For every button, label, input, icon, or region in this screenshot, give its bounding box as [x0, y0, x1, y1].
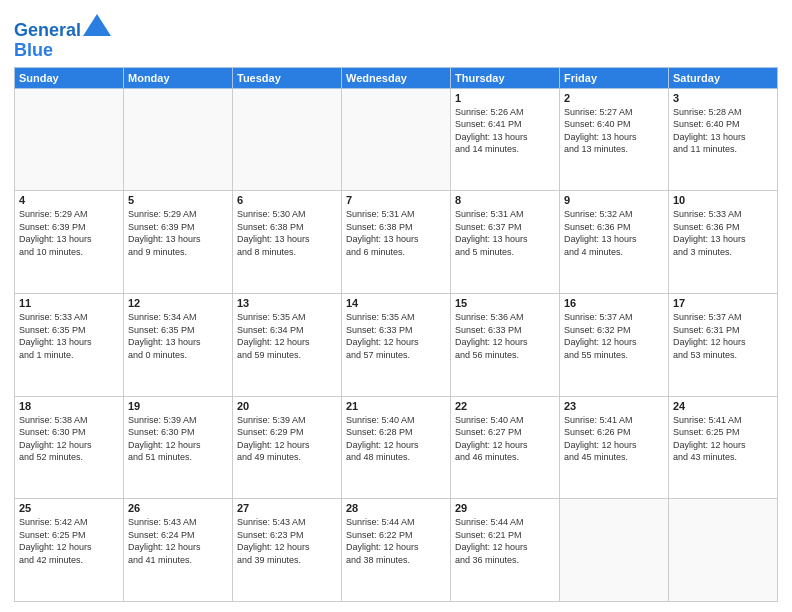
- day-info: Sunrise: 5:26 AM Sunset: 6:41 PM Dayligh…: [455, 106, 555, 156]
- svg-marker-0: [83, 14, 111, 36]
- weekday-header-saturday: Saturday: [669, 67, 778, 88]
- calendar-cell: [15, 88, 124, 191]
- calendar-cell: 27Sunrise: 5:43 AM Sunset: 6:23 PM Dayli…: [233, 499, 342, 602]
- day-number: 17: [673, 297, 773, 309]
- day-number: 7: [346, 194, 446, 206]
- day-number: 4: [19, 194, 119, 206]
- logo: General Blue: [14, 14, 111, 61]
- week-row-2: 11Sunrise: 5:33 AM Sunset: 6:35 PM Dayli…: [15, 293, 778, 396]
- calendar-cell: 8Sunrise: 5:31 AM Sunset: 6:37 PM Daylig…: [451, 191, 560, 294]
- day-number: 21: [346, 400, 446, 412]
- calendar-cell: 14Sunrise: 5:35 AM Sunset: 6:33 PM Dayli…: [342, 293, 451, 396]
- weekday-header-sunday: Sunday: [15, 67, 124, 88]
- calendar-cell: 26Sunrise: 5:43 AM Sunset: 6:24 PM Dayli…: [124, 499, 233, 602]
- day-info: Sunrise: 5:44 AM Sunset: 6:21 PM Dayligh…: [455, 516, 555, 566]
- day-number: 16: [564, 297, 664, 309]
- calendar-cell: 21Sunrise: 5:40 AM Sunset: 6:28 PM Dayli…: [342, 396, 451, 499]
- day-number: 9: [564, 194, 664, 206]
- calendar-cell: 24Sunrise: 5:41 AM Sunset: 6:25 PM Dayli…: [669, 396, 778, 499]
- day-number: 2: [564, 92, 664, 104]
- calendar-table: SundayMondayTuesdayWednesdayThursdayFrid…: [14, 67, 778, 602]
- calendar-cell: 15Sunrise: 5:36 AM Sunset: 6:33 PM Dayli…: [451, 293, 560, 396]
- day-info: Sunrise: 5:33 AM Sunset: 6:36 PM Dayligh…: [673, 208, 773, 258]
- weekday-header-tuesday: Tuesday: [233, 67, 342, 88]
- day-info: Sunrise: 5:40 AM Sunset: 6:27 PM Dayligh…: [455, 414, 555, 464]
- calendar-cell: 12Sunrise: 5:34 AM Sunset: 6:35 PM Dayli…: [124, 293, 233, 396]
- calendar-cell: 2Sunrise: 5:27 AM Sunset: 6:40 PM Daylig…: [560, 88, 669, 191]
- calendar-cell: 10Sunrise: 5:33 AM Sunset: 6:36 PM Dayli…: [669, 191, 778, 294]
- calendar-cell: [560, 499, 669, 602]
- header: General Blue: [14, 10, 778, 61]
- day-number: 5: [128, 194, 228, 206]
- calendar-cell: 20Sunrise: 5:39 AM Sunset: 6:29 PM Dayli…: [233, 396, 342, 499]
- day-info: Sunrise: 5:33 AM Sunset: 6:35 PM Dayligh…: [19, 311, 119, 361]
- day-info: Sunrise: 5:43 AM Sunset: 6:23 PM Dayligh…: [237, 516, 337, 566]
- weekday-header-friday: Friday: [560, 67, 669, 88]
- day-number: 28: [346, 502, 446, 514]
- day-number: 6: [237, 194, 337, 206]
- day-number: 19: [128, 400, 228, 412]
- day-number: 3: [673, 92, 773, 104]
- day-info: Sunrise: 5:35 AM Sunset: 6:34 PM Dayligh…: [237, 311, 337, 361]
- calendar-cell: 6Sunrise: 5:30 AM Sunset: 6:38 PM Daylig…: [233, 191, 342, 294]
- calendar-cell: [669, 499, 778, 602]
- calendar-cell: [124, 88, 233, 191]
- day-number: 29: [455, 502, 555, 514]
- day-info: Sunrise: 5:40 AM Sunset: 6:28 PM Dayligh…: [346, 414, 446, 464]
- week-row-0: 1Sunrise: 5:26 AM Sunset: 6:41 PM Daylig…: [15, 88, 778, 191]
- calendar-cell: 22Sunrise: 5:40 AM Sunset: 6:27 PM Dayli…: [451, 396, 560, 499]
- week-row-1: 4Sunrise: 5:29 AM Sunset: 6:39 PM Daylig…: [15, 191, 778, 294]
- day-info: Sunrise: 5:36 AM Sunset: 6:33 PM Dayligh…: [455, 311, 555, 361]
- day-number: 13: [237, 297, 337, 309]
- day-info: Sunrise: 5:37 AM Sunset: 6:31 PM Dayligh…: [673, 311, 773, 361]
- day-number: 26: [128, 502, 228, 514]
- calendar-cell: 11Sunrise: 5:33 AM Sunset: 6:35 PM Dayli…: [15, 293, 124, 396]
- page: General Blue SundayMondayTuesdayWednesda…: [0, 0, 792, 612]
- day-info: Sunrise: 5:39 AM Sunset: 6:29 PM Dayligh…: [237, 414, 337, 464]
- day-number: 25: [19, 502, 119, 514]
- day-info: Sunrise: 5:31 AM Sunset: 6:38 PM Dayligh…: [346, 208, 446, 258]
- day-info: Sunrise: 5:44 AM Sunset: 6:22 PM Dayligh…: [346, 516, 446, 566]
- weekday-header-row: SundayMondayTuesdayWednesdayThursdayFrid…: [15, 67, 778, 88]
- weekday-header-wednesday: Wednesday: [342, 67, 451, 88]
- day-info: Sunrise: 5:38 AM Sunset: 6:30 PM Dayligh…: [19, 414, 119, 464]
- day-info: Sunrise: 5:41 AM Sunset: 6:26 PM Dayligh…: [564, 414, 664, 464]
- day-info: Sunrise: 5:37 AM Sunset: 6:32 PM Dayligh…: [564, 311, 664, 361]
- calendar-cell: 25Sunrise: 5:42 AM Sunset: 6:25 PM Dayli…: [15, 499, 124, 602]
- logo-icon: [83, 14, 111, 36]
- calendar-cell: 18Sunrise: 5:38 AM Sunset: 6:30 PM Dayli…: [15, 396, 124, 499]
- day-number: 12: [128, 297, 228, 309]
- calendar-cell: [233, 88, 342, 191]
- calendar-cell: 29Sunrise: 5:44 AM Sunset: 6:21 PM Dayli…: [451, 499, 560, 602]
- day-number: 10: [673, 194, 773, 206]
- day-info: Sunrise: 5:41 AM Sunset: 6:25 PM Dayligh…: [673, 414, 773, 464]
- calendar-cell: 7Sunrise: 5:31 AM Sunset: 6:38 PM Daylig…: [342, 191, 451, 294]
- day-number: 18: [19, 400, 119, 412]
- day-info: Sunrise: 5:34 AM Sunset: 6:35 PM Dayligh…: [128, 311, 228, 361]
- day-number: 27: [237, 502, 337, 514]
- calendar-cell: 5Sunrise: 5:29 AM Sunset: 6:39 PM Daylig…: [124, 191, 233, 294]
- day-number: 20: [237, 400, 337, 412]
- day-info: Sunrise: 5:35 AM Sunset: 6:33 PM Dayligh…: [346, 311, 446, 361]
- calendar-cell: [342, 88, 451, 191]
- calendar-cell: 28Sunrise: 5:44 AM Sunset: 6:22 PM Dayli…: [342, 499, 451, 602]
- logo-general: General: [14, 20, 81, 40]
- day-info: Sunrise: 5:29 AM Sunset: 6:39 PM Dayligh…: [19, 208, 119, 258]
- logo-text-block: General Blue: [14, 14, 111, 61]
- day-info: Sunrise: 5:27 AM Sunset: 6:40 PM Dayligh…: [564, 106, 664, 156]
- day-number: 11: [19, 297, 119, 309]
- day-info: Sunrise: 5:29 AM Sunset: 6:39 PM Dayligh…: [128, 208, 228, 258]
- day-number: 22: [455, 400, 555, 412]
- day-number: 23: [564, 400, 664, 412]
- week-row-3: 18Sunrise: 5:38 AM Sunset: 6:30 PM Dayli…: [15, 396, 778, 499]
- day-info: Sunrise: 5:30 AM Sunset: 6:38 PM Dayligh…: [237, 208, 337, 258]
- calendar-cell: 23Sunrise: 5:41 AM Sunset: 6:26 PM Dayli…: [560, 396, 669, 499]
- calendar-cell: 19Sunrise: 5:39 AM Sunset: 6:30 PM Dayli…: [124, 396, 233, 499]
- weekday-header-monday: Monday: [124, 67, 233, 88]
- calendar-cell: 13Sunrise: 5:35 AM Sunset: 6:34 PM Dayli…: [233, 293, 342, 396]
- day-number: 14: [346, 297, 446, 309]
- calendar-cell: 3Sunrise: 5:28 AM Sunset: 6:40 PM Daylig…: [669, 88, 778, 191]
- day-info: Sunrise: 5:32 AM Sunset: 6:36 PM Dayligh…: [564, 208, 664, 258]
- calendar-cell: 1Sunrise: 5:26 AM Sunset: 6:41 PM Daylig…: [451, 88, 560, 191]
- weekday-header-thursday: Thursday: [451, 67, 560, 88]
